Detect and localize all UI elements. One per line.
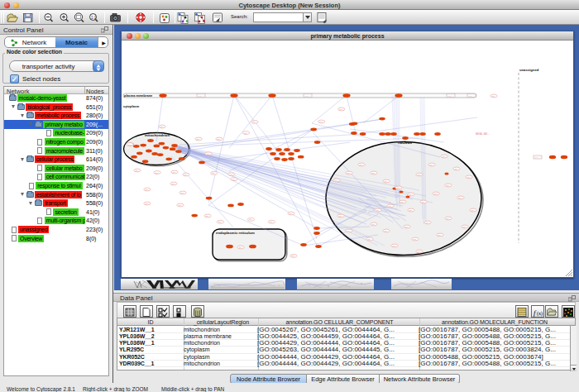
svg-text:GO.: GO.: [339, 215, 342, 217]
svg-text:GO.: GO.: [339, 108, 342, 110]
svg-text:GO.: GO.: [434, 193, 438, 194]
svg-text:GO.: GO.: [418, 251, 421, 252]
svg-text:GO.: GO.: [397, 187, 400, 189]
svg-text:GO.: GO.: [360, 164, 363, 165]
svg-text:GO.: GO.: [422, 201, 425, 203]
svg-text:GO.: GO.: [443, 155, 446, 157]
svg-text:GO.: GO.: [492, 95, 495, 97]
svg-text:[...]: [...]: [305, 95, 308, 97]
svg-text:GO.: GO.: [184, 174, 188, 175]
svg-text:[...]: [...]: [448, 95, 451, 97]
svg-text:GO.: GO.: [212, 172, 215, 174]
svg-text:GO.: GO.: [467, 176, 471, 178]
svg-text:(x): (x): [537, 311, 543, 317]
svg-text:unassigned: unassigned: [519, 68, 539, 72]
svg-text:GO.: GO.: [405, 226, 409, 227]
svg-text:GO.: GO.: [252, 121, 256, 122]
svg-text:GO.: GO.: [172, 183, 175, 184]
svg-text:GO.: GO.: [471, 209, 475, 211]
svg-text:GO.: GO.: [426, 222, 429, 223]
svg-text:GO.: GO.: [232, 179, 235, 180]
svg-text:GO.: GO.: [229, 174, 232, 175]
svg-text:GO:00.. GO:..: GO:00.. GO:..: [476, 132, 489, 136]
svg-text:GO.: GO.: [455, 168, 458, 170]
svg-text:GO.: GO.: [146, 189, 149, 190]
svg-text:GO.: GO.: [239, 246, 242, 248]
svg-text:GO.: GO.: [389, 205, 392, 207]
svg-text:[...]: [...]: [535, 156, 538, 158]
svg-text:GO.: GO.: [244, 132, 247, 134]
svg-text:GO.: GO.: [409, 209, 413, 211]
svg-text:GO.: GO.: [459, 197, 462, 198]
svg-text:GO.: GO.: [181, 192, 184, 194]
svg-text:GO.: GO.: [319, 121, 323, 122]
svg-text:GO.: GO.: [207, 153, 210, 155]
svg-text:GO.: GO.: [447, 218, 450, 219]
svg-text:plasma membrane: plasma membrane: [124, 93, 153, 98]
svg-text:GO.: GO.: [249, 218, 252, 220]
svg-text:GO.: GO.: [463, 226, 467, 227]
svg-text:GO.: GO.: [438, 234, 442, 236]
svg-text:GO.: GO.: [335, 179, 338, 181]
svg-text:GO.: GO.: [409, 194, 413, 195]
svg-text:GO.: GO.: [368, 238, 371, 240]
svg-text:GO.: GO.: [347, 172, 351, 174]
svg-text:GO.: GO.: [218, 138, 221, 140]
svg-text:GO.: GO.: [206, 215, 209, 217]
svg-text:GO.: GO.: [173, 171, 176, 173]
svg-text:cytoplasm: cytoplasm: [123, 104, 140, 108]
svg-text:1:1: 1:1: [91, 16, 97, 20]
svg-text:GO.: GO.: [179, 204, 182, 206]
svg-text:GO.: GO.: [418, 174, 421, 175]
svg-text:GO.: GO.: [385, 230, 388, 232]
svg-text:GO.: GO.: [218, 221, 222, 222]
svg-text:GO.: GO.: [376, 209, 380, 211]
svg-text:[...]: [...]: [199, 95, 201, 97]
svg-text:endoplasmic reticulum: endoplasmic reticulum: [216, 231, 255, 235]
svg-text:GO.: GO.: [372, 223, 376, 225]
svg-text:GO.: GO.: [136, 170, 139, 171]
svg-text:GO.: GO.: [128, 144, 132, 146]
svg-text:GO.: GO.: [347, 230, 351, 232]
svg-text:GO.: GO.: [146, 203, 149, 204]
svg-text:GO.: GO.: [270, 221, 273, 222]
svg-text:[...]: [...]: [469, 95, 471, 97]
svg-text:GO.: GO.: [430, 164, 433, 165]
svg-text:GO.: GO.: [385, 180, 388, 182]
svg-text:GO.: GO.: [401, 201, 404, 203]
svg-text:GO.: GO.: [414, 238, 417, 240]
svg-text:GO.: GO.: [372, 172, 376, 174]
svg-text:GO.: GO.: [156, 172, 159, 174]
svg-text:nucleus: nucleus: [398, 141, 413, 145]
svg-text:GO.: GO.: [160, 126, 164, 127]
svg-text:GO.: GO.: [393, 245, 396, 246]
svg-text:GO.: GO.: [290, 213, 293, 214]
svg-text:GO.: GO.: [197, 138, 200, 140]
svg-text:GO.: GO.: [447, 184, 450, 186]
svg-text:GO.: GO.: [292, 255, 295, 256]
